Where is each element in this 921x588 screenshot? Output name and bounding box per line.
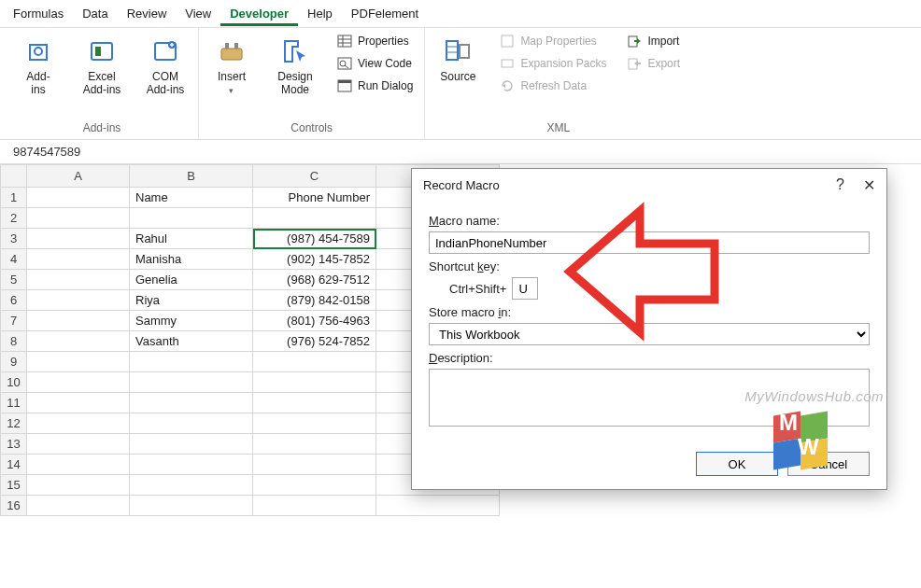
- menu-formulas[interactable]: Formulas: [4, 1, 73, 26]
- cell-A2[interactable]: [27, 208, 130, 229]
- cell-C12[interactable]: [253, 413, 376, 434]
- cell-A16[interactable]: [27, 496, 130, 516]
- design-mode-button[interactable]: DesignMode: [270, 32, 320, 97]
- cell-A14[interactable]: [27, 455, 130, 475]
- refresh-data-button[interactable]: Refresh Data: [496, 77, 610, 95]
- menu-developer[interactable]: Developer: [220, 1, 298, 26]
- cell-C11[interactable]: [253, 393, 376, 413]
- row-header-13[interactable]: 13: [1, 434, 27, 455]
- cell-A1[interactable]: [27, 188, 130, 208]
- menu-view[interactable]: View: [176, 1, 220, 26]
- menu-help[interactable]: Help: [298, 1, 342, 26]
- col-header-B[interactable]: B: [130, 165, 253, 188]
- cell-A8[interactable]: [27, 331, 130, 352]
- cell-A3[interactable]: [27, 229, 130, 249]
- cell-C2[interactable]: [253, 208, 376, 229]
- cell-B2[interactable]: [130, 208, 253, 229]
- row-header-1[interactable]: 1: [1, 188, 27, 208]
- cell-C7[interactable]: (801) 756-4963: [253, 311, 376, 331]
- cell-B1[interactable]: Name: [130, 188, 253, 208]
- cell-A9[interactable]: [27, 352, 130, 372]
- row-header-6[interactable]: 6: [1, 290, 27, 311]
- help-icon[interactable]: ?: [836, 176, 844, 194]
- run-dialog-button[interactable]: Run Dialog: [333, 77, 417, 95]
- row-header-10[interactable]: 10: [1, 372, 27, 393]
- cell-A12[interactable]: [27, 413, 130, 434]
- shortcut-key-input[interactable]: [512, 277, 538, 300]
- cell-C13[interactable]: [253, 434, 376, 455]
- cell-B7[interactable]: Sammy: [130, 311, 253, 331]
- row-header-14[interactable]: 14: [1, 455, 27, 475]
- insert-button[interactable]: Insert▾: [206, 32, 257, 97]
- row-header-16[interactable]: 16: [1, 496, 27, 516]
- cell-B6[interactable]: Riya: [130, 290, 253, 311]
- cell-B11[interactable]: [130, 393, 253, 413]
- cell-A13[interactable]: [27, 434, 130, 455]
- properties-button[interactable]: Properties: [333, 32, 417, 50]
- row-header-12[interactable]: 12: [1, 413, 27, 434]
- com-add-ins-button[interactable]: COMAdd-ins: [140, 32, 191, 97]
- import-button[interactable]: Import: [623, 32, 684, 50]
- cell-C9[interactable]: [253, 352, 376, 372]
- close-icon[interactable]: ✕: [863, 176, 875, 194]
- cell-A6[interactable]: [27, 290, 130, 311]
- cell-B13[interactable]: [130, 434, 253, 455]
- cell-C5[interactable]: (968) 629-7512: [253, 270, 376, 290]
- row-header-9[interactable]: 9: [1, 352, 27, 372]
- cell-C16[interactable]: [253, 496, 376, 516]
- add-ins-button[interactable]: Add-ins: [13, 32, 64, 97]
- row-header-3[interactable]: 3: [1, 229, 27, 249]
- svg-rect-23: [502, 35, 513, 47]
- cell-A10[interactable]: [27, 372, 130, 393]
- cell-C8[interactable]: (976) 524-7852: [253, 331, 376, 352]
- macro-name-input[interactable]: [429, 231, 870, 254]
- row-header-8[interactable]: 8: [1, 331, 27, 352]
- cell-A5[interactable]: [27, 270, 130, 290]
- store-macro-select[interactable]: This Workbook: [429, 323, 870, 345]
- export-button[interactable]: Export: [623, 54, 684, 73]
- row-header-7[interactable]: 7: [1, 311, 27, 331]
- excel-add-ins-button[interactable]: ExcelAdd-ins: [77, 32, 127, 97]
- cell-C6[interactable]: (879) 842-0158: [253, 290, 376, 311]
- cell-A15[interactable]: [27, 475, 130, 496]
- col-header-C[interactable]: C: [253, 165, 376, 188]
- cell-B4[interactable]: Manisha: [130, 249, 253, 270]
- menu-review[interactable]: Review: [118, 1, 177, 26]
- cell-C3[interactable]: (987) 454-7589: [253, 229, 376, 249]
- cell-A7[interactable]: [27, 311, 130, 331]
- cell-A11[interactable]: [27, 393, 130, 413]
- cell-C10[interactable]: [253, 372, 376, 393]
- row-header-11[interactable]: 11: [1, 393, 27, 413]
- excel-addins-icon: [86, 35, 118, 67]
- cell-B5[interactable]: Genelia: [130, 270, 253, 290]
- cell-B16[interactable]: [130, 496, 253, 516]
- view-code-button[interactable]: View Code: [333, 54, 417, 73]
- cell-C14[interactable]: [253, 455, 376, 475]
- row-header-4[interactable]: 4: [1, 249, 27, 270]
- row-header-2[interactable]: 2: [1, 208, 27, 229]
- expansion-packs-button[interactable]: Expansion Packs: [496, 54, 610, 73]
- cell-A4[interactable]: [27, 249, 130, 270]
- col-header-A[interactable]: A: [27, 165, 130, 188]
- cell-B3[interactable]: Rahul: [130, 229, 253, 249]
- cell-C4[interactable]: (902) 145-7852: [253, 249, 376, 270]
- select-all-corner[interactable]: [1, 165, 27, 188]
- menu-pdfelement[interactable]: PDFelement: [342, 1, 428, 26]
- map-properties-button[interactable]: Map Properties: [496, 32, 610, 50]
- cell-B14[interactable]: [130, 455, 253, 475]
- cell-B15[interactable]: [130, 475, 253, 496]
- menu-data[interactable]: Data: [73, 1, 117, 26]
- svg-line-16: [345, 65, 348, 68]
- ok-button[interactable]: OK: [696, 452, 778, 476]
- formula-bar[interactable]: 9874547589: [0, 140, 921, 164]
- cell-C1[interactable]: Phone Number: [253, 188, 376, 208]
- cell-B10[interactable]: [130, 372, 253, 393]
- cell-D16[interactable]: [376, 496, 500, 516]
- cell-B9[interactable]: [130, 352, 253, 372]
- row-header-5[interactable]: 5: [1, 270, 27, 290]
- cell-B8[interactable]: Vasanth: [130, 331, 253, 352]
- cell-C15[interactable]: [253, 475, 376, 496]
- cell-B12[interactable]: [130, 413, 253, 434]
- source-button[interactable]: Source: [432, 32, 483, 84]
- row-header-15[interactable]: 15: [1, 475, 27, 496]
